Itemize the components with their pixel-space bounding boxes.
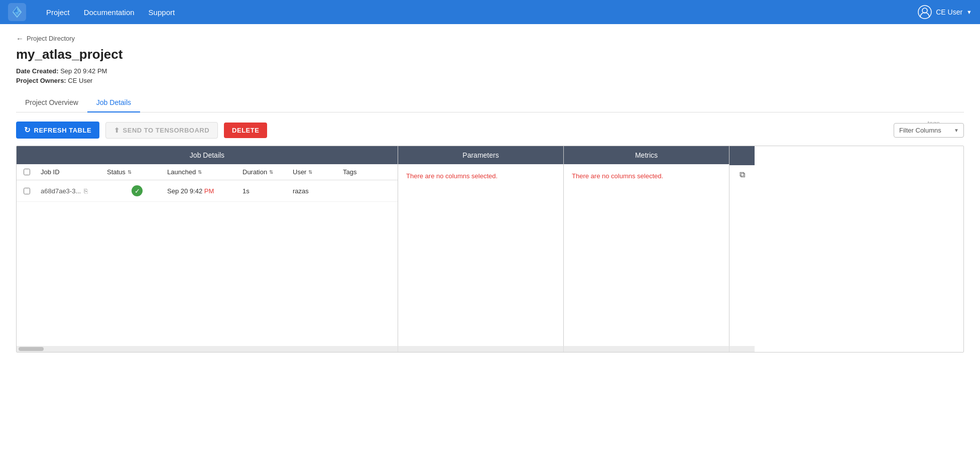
status-sort-icon: ⇅ — [128, 169, 132, 175]
nav-project[interactable]: Project — [46, 8, 70, 17]
tags-col-label: Tags — [343, 168, 356, 176]
row-checkbox[interactable] — [24, 188, 30, 194]
status-success-icon: ✓ — [132, 185, 143, 196]
user-menu[interactable]: CE User ▼ — [918, 5, 972, 19]
col-header-duration[interactable]: Duration ⇅ — [242, 168, 293, 176]
cell-launched: Sep 20 9:42 PM — [167, 187, 242, 195]
navbar-nav: Project Documentation Support — [46, 8, 175, 17]
breadcrumb-label: Project Directory — [27, 35, 75, 42]
owners-value: CE User — [68, 77, 92, 84]
toolbar: ↻ REFRESH TABLE ⬆ SEND TO TENSORBOARD DE… — [16, 112, 964, 146]
table-row: a68d7ae3-3... ⎘ ✓ Sep 20 9:42 PM 1s raza… — [17, 180, 398, 202]
refresh-table-button[interactable]: ↻ REFRESH TABLE — [16, 122, 99, 139]
nav-documentation[interactable]: Documentation — [84, 8, 135, 17]
col-header-job-id: Job ID — [37, 168, 107, 176]
column-headers: Job ID Status ⇅ Launched ⇅ Duration ⇅ — [17, 164, 398, 180]
tabs: Project Overview Job Details — [16, 93, 964, 112]
empty-rows-area — [17, 202, 398, 332]
header-checkbox-cell — [17, 169, 37, 175]
metrics-scroll-area: There are no columns selected. — [564, 164, 729, 345]
cell-status: ✓ — [107, 185, 167, 196]
horizontal-scrollbars — [17, 346, 963, 352]
section-metrics: Metrics There are no columns selected. — [564, 146, 729, 346]
page-title: my_atlas_project — [16, 47, 964, 62]
user-label: User — [293, 168, 306, 176]
actions-hscroll — [729, 346, 755, 352]
job-details-hscroll[interactable] — [17, 346, 398, 352]
breadcrumb[interactable]: ← Project Directory — [16, 24, 964, 47]
action-cell: ⧉ — [729, 165, 755, 179]
job-details-scroll-thumb[interactable] — [19, 347, 44, 351]
delete-label: DELETE — [232, 127, 259, 134]
col-header-launched[interactable]: Launched ⇅ — [167, 168, 242, 176]
col-header-tags: Tags — [343, 168, 393, 176]
job-id-value: a68d7ae3-3... — [41, 187, 81, 195]
job-details-header: Job Details — [17, 146, 398, 164]
logo[interactable] — [8, 3, 30, 21]
delete-button[interactable]: DELETE — [224, 123, 267, 138]
col-header-status[interactable]: Status ⇅ — [107, 168, 167, 176]
no-metrics-text: There are no columns selected. — [564, 164, 729, 188]
user-name: CE User — [936, 8, 962, 16]
back-arrow-icon: ← — [16, 34, 24, 43]
duration-sort-icon: ⇅ — [269, 169, 273, 175]
project-meta: my_atlas_project Date Created: Sep 20 9:… — [16, 47, 964, 84]
actions-header — [729, 146, 755, 165]
status-label: Status — [107, 168, 126, 176]
launched-label: Launched — [167, 168, 196, 176]
date-created-label: Date Created: — [16, 67, 59, 75]
tensorboard-icon: ⬆ — [114, 127, 120, 134]
section-parameters: Parameters There are no columns selected… — [398, 146, 564, 346]
col-header-user[interactable]: User ⇅ — [293, 168, 343, 176]
send-tensorboard-button: ⬆ SEND TO TENSORBOARD — [105, 122, 218, 139]
filter-columns-wrapper: Filter Columns Job ID Status Launched Du… — [894, 123, 964, 138]
tab-project-overview[interactable]: Project Overview — [16, 93, 87, 112]
owners-row: Project Owners: CE User — [16, 77, 964, 84]
launched-period: PM — [204, 187, 214, 195]
date-created-row: Date Created: Sep 20 9:42 PM — [16, 67, 964, 75]
section-actions: ⧉ — [729, 146, 755, 346]
section-job-details: Job Details Job ID Status ⇅ Launched — [17, 146, 398, 346]
params-hscroll[interactable] — [398, 346, 564, 352]
refresh-icon: ↻ — [24, 126, 31, 135]
launched-date: Sep 20 9:42 — [167, 187, 202, 195]
select-all-checkbox[interactable] — [24, 169, 30, 175]
parameters-scroll-area: There are no columns selected. — [398, 164, 563, 345]
parameters-header: Parameters — [398, 146, 563, 164]
nav-support[interactable]: Support — [149, 8, 175, 17]
cell-duration: 1s — [242, 187, 293, 195]
owners-label: Project Owners: — [16, 77, 66, 84]
tensorboard-label: SEND TO TENSORBOARD — [123, 127, 210, 134]
job-id-label: Job ID — [41, 168, 60, 176]
cell-user: razas — [293, 187, 343, 195]
duration-label: Duration — [242, 168, 267, 176]
user-sort-icon: ⇅ — [308, 169, 312, 175]
tab-job-details[interactable]: Job Details — [87, 93, 140, 112]
metrics-header: Metrics — [564, 146, 729, 164]
no-params-text: There are no columns selected. — [398, 164, 563, 188]
main-content: ← Project Directory my_atlas_project Dat… — [0, 24, 980, 473]
table-sections: Job Details Job ID Status ⇅ Launched — [17, 146, 963, 346]
metrics-hscroll[interactable] — [564, 346, 729, 352]
copy-icon[interactable]: ⎘ — [84, 187, 88, 195]
job-table: Job Details Job ID Status ⇅ Launched — [16, 146, 964, 352]
launched-sort-icon: ⇅ — [198, 169, 202, 175]
date-created-value: Sep 20 9:42 PM — [60, 67, 107, 75]
navbar: Project Documentation Support CE User ▼ — [0, 0, 980, 24]
user-avatar-icon — [918, 5, 932, 19]
row-checkbox-cell — [17, 188, 37, 194]
cell-job-id: a68d7ae3-3... ⎘ — [37, 187, 107, 195]
user-chevron-icon: ▼ — [966, 9, 972, 15]
refresh-label: REFRESH TABLE — [34, 127, 92, 134]
external-link-icon[interactable]: ⧉ — [740, 170, 745, 179]
dessa-logo-icon — [8, 3, 26, 21]
filter-columns-select[interactable]: Filter Columns Job ID Status Launched Du… — [894, 123, 964, 138]
